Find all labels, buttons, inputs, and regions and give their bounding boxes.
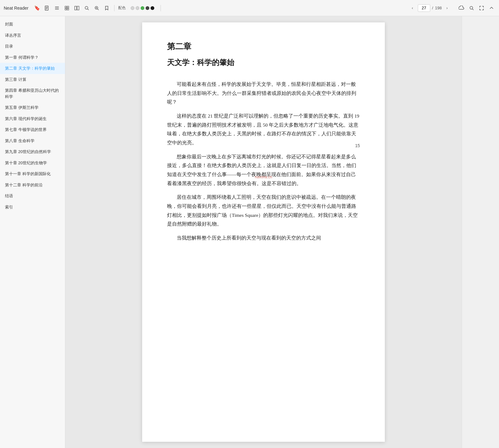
svg-point-13 (85, 6, 88, 9)
color-dot-3[interactable] (141, 6, 144, 10)
sidebar: 封面译丛序言目录第一章 何谓科学？第二章 天文学：科学的肇始第三章 计算第四章 … (0, 16, 65, 448)
sidebar-item[interactable]: 第五章 伊斯兰科学 (0, 102, 65, 113)
book-page: 第二章 天文学：科学的肇始 15 navona.cn 可能看起来有点怪，科学的发… (142, 22, 385, 442)
next-page-button[interactable]: › (444, 5, 450, 12)
book-content: 可能看起来有点怪，科学的发展始于天文学。毕竟，恒星和行星相距甚远，对一般人的日常… (167, 80, 360, 243)
page-input[interactable] (418, 4, 430, 12)
right-panel (462, 16, 499, 448)
svg-line-14 (88, 9, 89, 10)
svg-rect-11 (75, 6, 77, 10)
svg-line-20 (473, 9, 474, 10)
svg-rect-4 (55, 7, 59, 7)
zoom-icon[interactable] (93, 4, 100, 12)
fullscreen-icon[interactable] (478, 4, 485, 12)
svg-rect-6 (55, 9, 59, 10)
paragraph: 这样的态度在 21 世纪是广泛和可以理解的，但忽略了一个重要的历史事实。直到 1… (167, 112, 360, 147)
paragraph: 居住在城市，周围环绕着人工照明，天空在我们的意识中被疏远。在一个晴朗的夜晚，你可… (167, 193, 360, 229)
search-icon[interactable] (83, 4, 91, 12)
sidebar-item[interactable]: 第十一章 科学的新国际化 (0, 168, 65, 180)
menu-icon[interactable] (53, 4, 61, 12)
svg-rect-5 (55, 8, 59, 8)
color-dot-2[interactable] (136, 6, 139, 10)
search4-icon[interactable] (468, 4, 475, 12)
svg-rect-10 (67, 8, 69, 10)
chapter-title: 天文学：科学的肇始 (167, 58, 360, 68)
bookmark-icon[interactable]: 🔖 (33, 4, 41, 12)
toolbar: Neat Reader 🔖 (0, 0, 499, 16)
sidebar-item[interactable]: 第十二章 科学的前沿 (0, 180, 65, 191)
color-dot-5[interactable] (151, 6, 154, 10)
sidebar-item[interactable]: 索引 (0, 202, 65, 213)
separator2 (161, 5, 161, 11)
paragraph: 想象你最后一次晚上在乡下远离城市灯光的时候。你还记不记得星星看起来是多么接近，多… (167, 152, 360, 188)
page-number: 15 (355, 143, 360, 148)
svg-rect-9 (65, 8, 67, 10)
svg-rect-8 (67, 6, 69, 8)
prev-page-button[interactable]: ‹ (409, 5, 416, 12)
svg-rect-12 (77, 6, 79, 10)
sidebar-item[interactable]: 封面 (0, 19, 65, 30)
paragraph: 可能看起来有点怪，科学的发展始于天文学。毕竟，恒星和行星相距甚远，对一般人的日常… (167, 80, 360, 107)
sidebar-item[interactable]: 第一章 何谓科学？ (0, 52, 65, 63)
collapse-icon[interactable] (488, 4, 495, 12)
chapter-label: 第二章 (167, 41, 360, 52)
columns-icon[interactable] (73, 4, 81, 12)
grid-icon[interactable] (63, 4, 71, 12)
svg-line-16 (98, 9, 99, 10)
color-dot-4[interactable] (146, 6, 149, 10)
sidebar-item[interactable]: 第八章 生命科学 (0, 135, 65, 147)
sidebar-item[interactable]: 第六章 现代科学的诞生 (0, 113, 65, 124)
content-area: 第二章 天文学：科学的肇始 15 navona.cn 可能看起来有点怪，科学的发… (65, 16, 462, 448)
color-label: 配色 (118, 5, 126, 11)
file-icon[interactable] (43, 4, 51, 12)
svg-point-19 (470, 6, 473, 9)
bookmark3-icon[interactable] (103, 4, 110, 12)
page-total: 198 (435, 6, 442, 10)
main-layout: 封面译丛序言目录第一章 何谓科学？第二章 天文学：科学的肇始第三章 计算第四章 … (0, 16, 499, 448)
cloud-icon[interactable] (458, 4, 465, 12)
sidebar-item[interactable]: 第七章 牛顿学说的世界 (0, 124, 65, 135)
sidebar-item[interactable]: 第九章 20世纪的自然科学 (0, 146, 65, 157)
sidebar-item[interactable]: 第三章 计算 (0, 74, 65, 85)
svg-rect-7 (65, 6, 67, 8)
separator1 (114, 5, 114, 11)
color-dot-1[interactable] (131, 6, 134, 10)
app-title: Neat Reader (4, 6, 28, 11)
sidebar-item[interactable]: 译丛序言 (0, 30, 65, 41)
sidebar-item[interactable]: 第十章 20世纪的生物学 (0, 157, 65, 169)
paragraph: 当我想解释整个历史上所看到的天空与现在看到的天空的方式之间 (167, 234, 360, 243)
toolbar-right (458, 4, 495, 12)
sidebar-item[interactable]: 目录 (0, 41, 65, 52)
sidebar-item[interactable]: 第四章 希腊和亚历山大时代的科学 (0, 85, 65, 102)
sidebar-item[interactable]: 第二章 天文学：科学的肇始 (0, 63, 65, 74)
color-dots (131, 6, 154, 10)
page-separator: / (432, 6, 433, 10)
sidebar-item[interactable]: 结语 (0, 190, 65, 202)
page-navigation: ‹ / 198 › (409, 4, 450, 12)
